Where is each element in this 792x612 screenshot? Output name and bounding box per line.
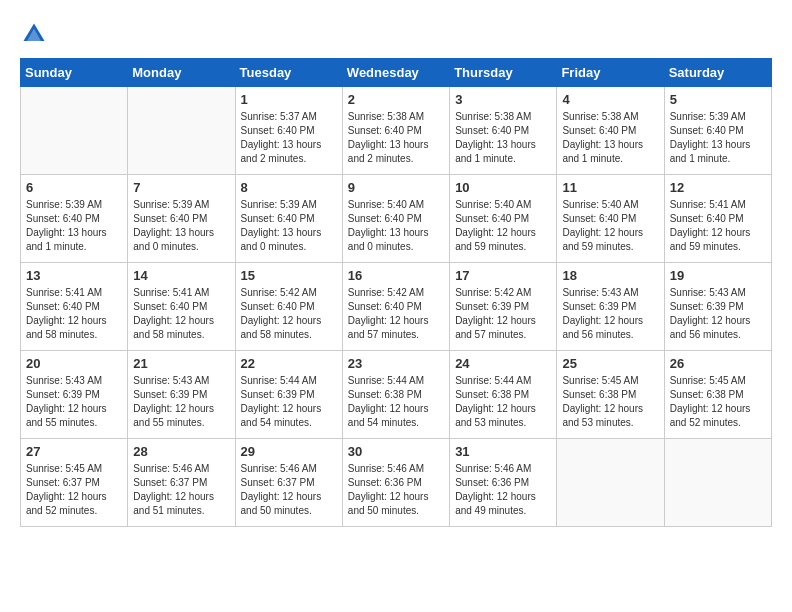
day-number: 21: [133, 356, 229, 371]
day-number: 18: [562, 268, 658, 283]
day-info: Sunrise: 5:46 AM Sunset: 6:37 PM Dayligh…: [241, 462, 337, 518]
day-number: 19: [670, 268, 766, 283]
day-number: 30: [348, 444, 444, 459]
day-info: Sunrise: 5:37 AM Sunset: 6:40 PM Dayligh…: [241, 110, 337, 166]
day-number: 9: [348, 180, 444, 195]
calendar-cell: 27Sunrise: 5:45 AM Sunset: 6:37 PM Dayli…: [21, 439, 128, 527]
day-number: 3: [455, 92, 551, 107]
day-info: Sunrise: 5:46 AM Sunset: 6:36 PM Dayligh…: [455, 462, 551, 518]
day-info: Sunrise: 5:38 AM Sunset: 6:40 PM Dayligh…: [455, 110, 551, 166]
day-info: Sunrise: 5:44 AM Sunset: 6:38 PM Dayligh…: [348, 374, 444, 430]
calendar-cell: 23Sunrise: 5:44 AM Sunset: 6:38 PM Dayli…: [342, 351, 449, 439]
calendar-cell: 12Sunrise: 5:41 AM Sunset: 6:40 PM Dayli…: [664, 175, 771, 263]
calendar-cell: 14Sunrise: 5:41 AM Sunset: 6:40 PM Dayli…: [128, 263, 235, 351]
day-number: 1: [241, 92, 337, 107]
calendar-cell: 7Sunrise: 5:39 AM Sunset: 6:40 PM Daylig…: [128, 175, 235, 263]
calendar-cell: 26Sunrise: 5:45 AM Sunset: 6:38 PM Dayli…: [664, 351, 771, 439]
day-info: Sunrise: 5:43 AM Sunset: 6:39 PM Dayligh…: [133, 374, 229, 430]
calendar-header-row: SundayMondayTuesdayWednesdayThursdayFrid…: [21, 59, 772, 87]
calendar-day-header: Wednesday: [342, 59, 449, 87]
day-number: 6: [26, 180, 122, 195]
day-number: 4: [562, 92, 658, 107]
calendar-cell: 17Sunrise: 5:42 AM Sunset: 6:39 PM Dayli…: [450, 263, 557, 351]
calendar-cell: 4Sunrise: 5:38 AM Sunset: 6:40 PM Daylig…: [557, 87, 664, 175]
day-info: Sunrise: 5:43 AM Sunset: 6:39 PM Dayligh…: [670, 286, 766, 342]
day-info: Sunrise: 5:42 AM Sunset: 6:40 PM Dayligh…: [348, 286, 444, 342]
day-info: Sunrise: 5:42 AM Sunset: 6:39 PM Dayligh…: [455, 286, 551, 342]
logo-icon: [20, 20, 48, 48]
calendar-cell: [557, 439, 664, 527]
calendar-cell: 13Sunrise: 5:41 AM Sunset: 6:40 PM Dayli…: [21, 263, 128, 351]
calendar-cell: 3Sunrise: 5:38 AM Sunset: 6:40 PM Daylig…: [450, 87, 557, 175]
day-number: 29: [241, 444, 337, 459]
calendar-cell: 15Sunrise: 5:42 AM Sunset: 6:40 PM Dayli…: [235, 263, 342, 351]
day-info: Sunrise: 5:39 AM Sunset: 6:40 PM Dayligh…: [670, 110, 766, 166]
calendar-cell: 24Sunrise: 5:44 AM Sunset: 6:38 PM Dayli…: [450, 351, 557, 439]
day-number: 27: [26, 444, 122, 459]
calendar-week-row: 1Sunrise: 5:37 AM Sunset: 6:40 PM Daylig…: [21, 87, 772, 175]
day-info: Sunrise: 5:39 AM Sunset: 6:40 PM Dayligh…: [26, 198, 122, 254]
calendar-day-header: Sunday: [21, 59, 128, 87]
day-info: Sunrise: 5:41 AM Sunset: 6:40 PM Dayligh…: [133, 286, 229, 342]
calendar-day-header: Tuesday: [235, 59, 342, 87]
day-info: Sunrise: 5:40 AM Sunset: 6:40 PM Dayligh…: [348, 198, 444, 254]
day-number: 16: [348, 268, 444, 283]
day-number: 25: [562, 356, 658, 371]
day-number: 15: [241, 268, 337, 283]
day-number: 10: [455, 180, 551, 195]
day-info: Sunrise: 5:41 AM Sunset: 6:40 PM Dayligh…: [26, 286, 122, 342]
day-info: Sunrise: 5:39 AM Sunset: 6:40 PM Dayligh…: [241, 198, 337, 254]
day-info: Sunrise: 5:39 AM Sunset: 6:40 PM Dayligh…: [133, 198, 229, 254]
calendar-week-row: 27Sunrise: 5:45 AM Sunset: 6:37 PM Dayli…: [21, 439, 772, 527]
day-info: Sunrise: 5:38 AM Sunset: 6:40 PM Dayligh…: [562, 110, 658, 166]
day-number: 26: [670, 356, 766, 371]
day-info: Sunrise: 5:43 AM Sunset: 6:39 PM Dayligh…: [562, 286, 658, 342]
calendar-cell: 20Sunrise: 5:43 AM Sunset: 6:39 PM Dayli…: [21, 351, 128, 439]
calendar-cell: 11Sunrise: 5:40 AM Sunset: 6:40 PM Dayli…: [557, 175, 664, 263]
calendar-cell: 16Sunrise: 5:42 AM Sunset: 6:40 PM Dayli…: [342, 263, 449, 351]
day-info: Sunrise: 5:46 AM Sunset: 6:37 PM Dayligh…: [133, 462, 229, 518]
day-number: 14: [133, 268, 229, 283]
day-info: Sunrise: 5:43 AM Sunset: 6:39 PM Dayligh…: [26, 374, 122, 430]
day-number: 13: [26, 268, 122, 283]
calendar-cell: 18Sunrise: 5:43 AM Sunset: 6:39 PM Dayli…: [557, 263, 664, 351]
day-info: Sunrise: 5:45 AM Sunset: 6:38 PM Dayligh…: [670, 374, 766, 430]
calendar-table: SundayMondayTuesdayWednesdayThursdayFrid…: [20, 58, 772, 527]
day-number: 20: [26, 356, 122, 371]
calendar-day-header: Saturday: [664, 59, 771, 87]
day-number: 24: [455, 356, 551, 371]
calendar-cell: 1Sunrise: 5:37 AM Sunset: 6:40 PM Daylig…: [235, 87, 342, 175]
calendar-cell: 8Sunrise: 5:39 AM Sunset: 6:40 PM Daylig…: [235, 175, 342, 263]
calendar-week-row: 6Sunrise: 5:39 AM Sunset: 6:40 PM Daylig…: [21, 175, 772, 263]
calendar-cell: 29Sunrise: 5:46 AM Sunset: 6:37 PM Dayli…: [235, 439, 342, 527]
day-number: 28: [133, 444, 229, 459]
day-info: Sunrise: 5:45 AM Sunset: 6:38 PM Dayligh…: [562, 374, 658, 430]
calendar-cell: [21, 87, 128, 175]
logo: [20, 20, 52, 48]
day-number: 31: [455, 444, 551, 459]
day-number: 8: [241, 180, 337, 195]
day-number: 17: [455, 268, 551, 283]
day-info: Sunrise: 5:42 AM Sunset: 6:40 PM Dayligh…: [241, 286, 337, 342]
calendar-week-row: 13Sunrise: 5:41 AM Sunset: 6:40 PM Dayli…: [21, 263, 772, 351]
day-number: 23: [348, 356, 444, 371]
calendar-cell: 10Sunrise: 5:40 AM Sunset: 6:40 PM Dayli…: [450, 175, 557, 263]
day-number: 5: [670, 92, 766, 107]
day-number: 7: [133, 180, 229, 195]
calendar-cell: 2Sunrise: 5:38 AM Sunset: 6:40 PM Daylig…: [342, 87, 449, 175]
calendar-day-header: Monday: [128, 59, 235, 87]
calendar-cell: 30Sunrise: 5:46 AM Sunset: 6:36 PM Dayli…: [342, 439, 449, 527]
calendar-cell: 19Sunrise: 5:43 AM Sunset: 6:39 PM Dayli…: [664, 263, 771, 351]
calendar-cell: 22Sunrise: 5:44 AM Sunset: 6:39 PM Dayli…: [235, 351, 342, 439]
day-number: 2: [348, 92, 444, 107]
calendar-cell: 28Sunrise: 5:46 AM Sunset: 6:37 PM Dayli…: [128, 439, 235, 527]
calendar-cell: 25Sunrise: 5:45 AM Sunset: 6:38 PM Dayli…: [557, 351, 664, 439]
calendar-cell: 5Sunrise: 5:39 AM Sunset: 6:40 PM Daylig…: [664, 87, 771, 175]
calendar-cell: 6Sunrise: 5:39 AM Sunset: 6:40 PM Daylig…: [21, 175, 128, 263]
calendar-cell: 9Sunrise: 5:40 AM Sunset: 6:40 PM Daylig…: [342, 175, 449, 263]
calendar-day-header: Friday: [557, 59, 664, 87]
calendar-cell: [664, 439, 771, 527]
page-header: [20, 20, 772, 48]
day-info: Sunrise: 5:40 AM Sunset: 6:40 PM Dayligh…: [455, 198, 551, 254]
day-number: 11: [562, 180, 658, 195]
